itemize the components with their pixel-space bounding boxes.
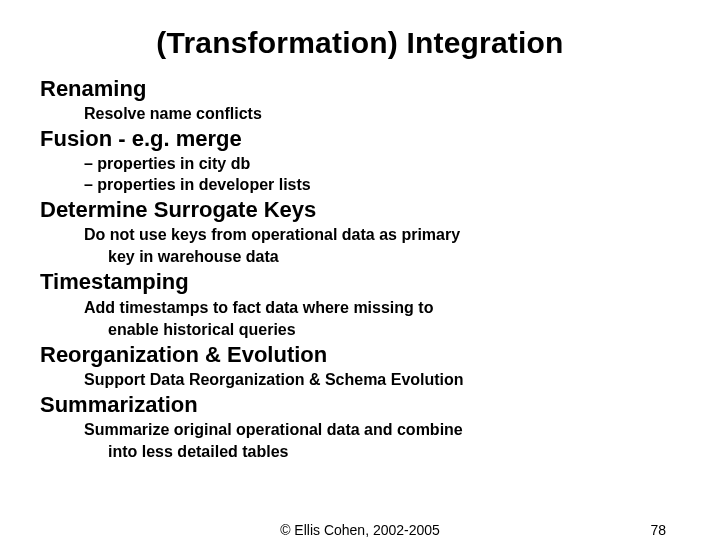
section-heading: Reorganization & Evolution [40, 342, 680, 368]
page-number: 78 [650, 522, 666, 538]
section-heading: Summarization [40, 392, 680, 418]
section-line: Support Data Reorganization & Schema Evo… [84, 370, 680, 390]
section-heading: Determine Surrogate Keys [40, 197, 680, 223]
section-line-cont: key in warehouse data [84, 247, 680, 267]
slide-title: (Transformation) Integration [40, 26, 680, 60]
section-line: Add timestamps to fact data where missin… [84, 298, 680, 318]
section-heading: Renaming [40, 76, 680, 102]
slide: (Transformation) Integration Renaming Re… [0, 0, 720, 540]
section-line: Do not use keys from operational data as… [84, 225, 680, 245]
section-bullet: – properties in city db [84, 154, 680, 174]
section-line-cont: into less detailed tables [84, 442, 680, 462]
section-heading: Fusion - e.g. merge [40, 126, 680, 152]
section-line: Resolve name conflicts [84, 104, 680, 124]
copyright-text: © Ellis Cohen, 2002-2005 [0, 522, 720, 538]
section-bullet: – properties in developer lists [84, 175, 680, 195]
section-line: Summarize original operational data and … [84, 420, 680, 440]
section-heading: Timestamping [40, 269, 680, 295]
section-line-cont: enable historical queries [84, 320, 680, 340]
